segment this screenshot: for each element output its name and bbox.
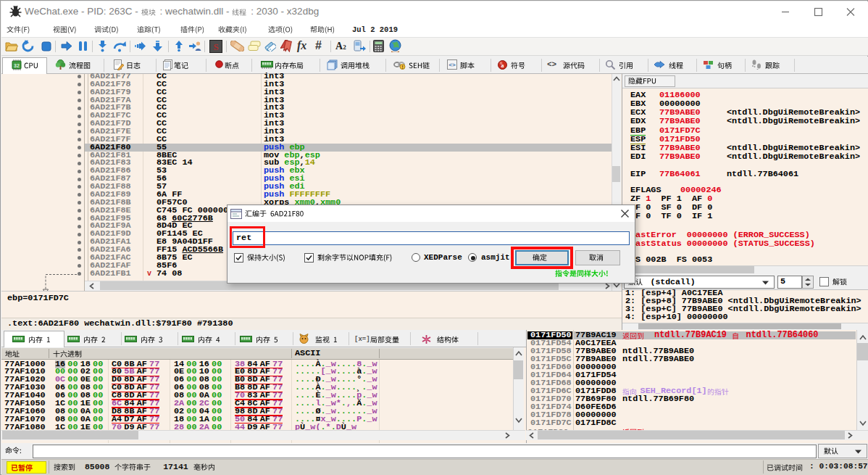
svg-text:S: S (213, 41, 218, 52)
svg-text:<>: <> (448, 62, 456, 68)
svg-text:a: a (501, 62, 504, 69)
svg-text:!: ! (401, 65, 403, 70)
svg-text:32: 32 (14, 63, 20, 68)
